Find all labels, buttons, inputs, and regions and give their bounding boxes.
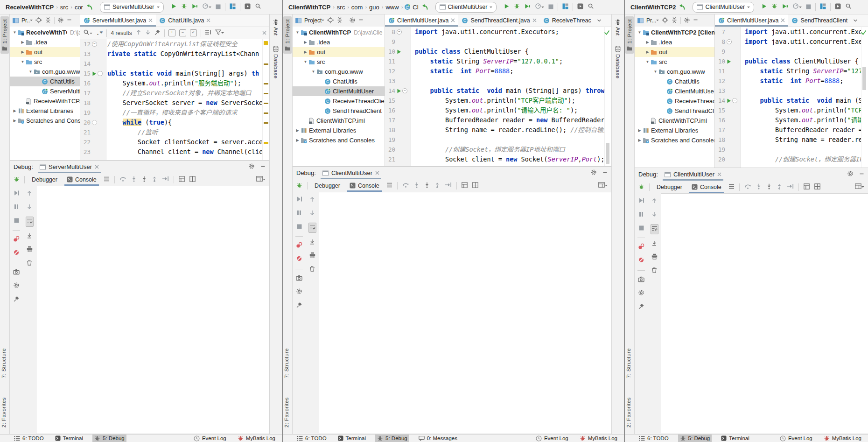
status-item-5-debug[interactable]: 5: Debug (92, 435, 126, 442)
status-item-mybatis-log[interactable]: MyBatis Log (236, 435, 277, 442)
print-button[interactable] (27, 246, 33, 254)
down-button[interactable] (651, 210, 657, 219)
run-window-button[interactable] (577, 3, 583, 11)
status-item-event-log[interactable]: Event Log (778, 435, 814, 442)
layout-grid-button[interactable] (189, 176, 196, 183)
fold-marker[interactable]: − (402, 88, 407, 93)
tree-expand-icon[interactable]: ▶ (12, 109, 18, 113)
collapse-button[interactable] (336, 17, 343, 25)
resume-button[interactable] (638, 197, 644, 205)
minus-button[interactable] (693, 17, 698, 24)
stop-debug-button[interactable] (14, 217, 19, 225)
stop-button[interactable] (548, 3, 553, 11)
minus-button[interactable] (358, 17, 364, 24)
tree-item[interactable]: ▶out (10, 47, 80, 57)
run-gutter-icon[interactable] (397, 89, 401, 93)
clear-button[interactable] (309, 265, 315, 274)
tab-console[interactable]: Console (689, 181, 724, 193)
status-item-5-debug[interactable]: 5: Debug (678, 435, 712, 442)
editor-code[interactable]: /使用CopyOnWriteArrayList保证线程安全rivate stat… (106, 39, 262, 160)
status-item-event-log[interactable]: Event Log (534, 435, 570, 442)
multiline-button[interactable] (205, 29, 211, 36)
scrollbar-thumb[interactable] (862, 67, 866, 90)
coverage-button[interactable] (782, 3, 788, 11)
step-into-button[interactable] (414, 182, 420, 189)
breadcrumb-item[interactable]: Cl (412, 4, 419, 11)
nav-arrow-icon[interactable] (422, 4, 428, 10)
collapse-button[interactable] (671, 17, 678, 25)
tree-expand-icon[interactable]: ▼ (652, 70, 658, 74)
run-window-button[interactable] (835, 3, 841, 11)
layout-settings-button[interactable] (855, 183, 864, 190)
find-search-button[interactable] (83, 29, 92, 37)
tab-structure-toolwindow[interactable]: 7: Structure (626, 348, 631, 378)
status-item-6-todo[interactable]: 6: TODO (12, 435, 46, 442)
tree-item[interactable]: ▶.idea (10, 37, 80, 47)
tab-close-button[interactable] (148, 17, 153, 24)
run-configuration-select[interactable]: ClientMultiUser (693, 2, 754, 13)
pin-button[interactable] (296, 302, 302, 310)
down-button[interactable] (309, 209, 315, 217)
editor-tab[interactable]: CChatUtils.java (156, 14, 214, 27)
evaluate-button[interactable] (179, 176, 185, 183)
resume-button[interactable] (296, 196, 302, 204)
clear-button[interactable] (27, 259, 32, 267)
tree-item[interactable]: ▼src (635, 57, 714, 67)
tab-database-toolwindow[interactable]: Database (273, 46, 279, 78)
status-item-event-log[interactable]: Event Log (192, 435, 228, 442)
tree-item[interactable]: ▶out (635, 47, 714, 57)
tree-item[interactable]: ClientWithTCP.iml (635, 116, 714, 126)
editor-tab[interactable]: CClientMultiUser.java (385, 14, 458, 27)
status-item-terminal[interactable]: Terminal (336, 435, 368, 442)
profiler-button[interactable] (792, 3, 802, 11)
step-into-button[interactable] (756, 183, 762, 191)
tree-item[interactable]: ▼com.guo.www (635, 67, 714, 77)
project-panel-title[interactable]: Pr... (646, 17, 659, 24)
breadcrumb-item[interactable]: guo (368, 4, 380, 11)
tab-close-button[interactable] (451, 17, 455, 24)
tree-expand-icon[interactable]: ▶ (637, 138, 643, 142)
resume-button[interactable] (14, 189, 20, 198)
run-gutter-icon[interactable] (92, 71, 97, 76)
run-gutter-icon[interactable] (397, 49, 401, 54)
tree-item[interactable]: CClientMultiUser (293, 86, 385, 96)
stop-debug-button[interactable] (297, 223, 302, 231)
tree-item[interactable]: ReceiveWithTCP.iml (10, 96, 80, 106)
tree-item[interactable]: ▶External Libraries (635, 126, 714, 135)
debug-session-tab[interactable]: ClientMultiUser (663, 168, 723, 181)
evaluate-button[interactable] (462, 182, 468, 189)
tree-item[interactable]: ▼src (10, 57, 80, 67)
pin-button[interactable] (14, 295, 20, 304)
evaluate-button[interactable] (804, 183, 810, 191)
status-item-6-todo[interactable]: 6: TODO (295, 435, 329, 442)
print-button[interactable] (309, 252, 315, 260)
tree-item[interactable]: CChatUtils (635, 77, 714, 86)
minus-button[interactable] (859, 171, 864, 178)
stop-button[interactable] (806, 3, 811, 11)
run-button[interactable] (504, 3, 510, 11)
debug-button[interactable] (181, 3, 187, 11)
camera-button[interactable] (13, 268, 20, 277)
tab-debugger[interactable]: Debugger (29, 173, 60, 186)
softwrap-button[interactable] (308, 223, 316, 233)
camera-button[interactable] (638, 276, 644, 284)
debug-session-tab[interactable]: ClientMultiUser (321, 167, 381, 179)
fold-marker[interactable]: − (397, 29, 402, 35)
pin-button[interactable] (638, 303, 644, 311)
softwrap-button[interactable] (651, 224, 658, 234)
profiler-button[interactable] (535, 3, 544, 11)
settings-button[interactable] (13, 282, 20, 290)
step-out-button[interactable] (152, 176, 157, 183)
layout-grid-button[interactable] (814, 183, 820, 191)
tree-expand-icon[interactable]: ▶ (644, 50, 651, 54)
tree-item[interactable]: CChatUtils (10, 77, 80, 86)
tree-item[interactable]: CServerMultiUser (10, 86, 80, 96)
tree-item[interactable]: CChatUtils (293, 77, 385, 86)
debug-button[interactable] (771, 3, 777, 11)
nav-arrow-icon[interactable] (86, 4, 93, 10)
editor-tab[interactable]: CServerMultiUser.java (80, 14, 156, 27)
breadcrumb-item[interactable]: www (385, 4, 399, 11)
step-out-button[interactable] (434, 182, 440, 189)
coverage-button[interactable] (524, 3, 531, 11)
hamburger-button[interactable] (104, 176, 110, 183)
